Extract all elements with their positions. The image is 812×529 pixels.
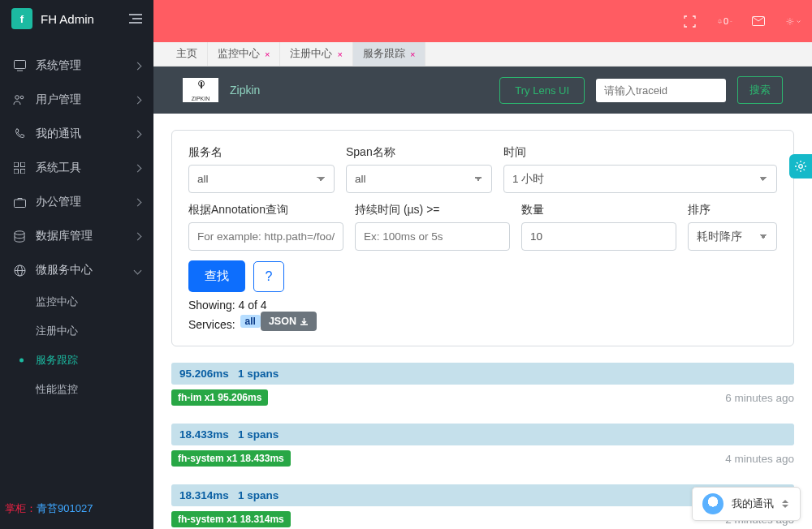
svg-point-9 [15,230,24,234]
service-label: 服务名 [188,145,335,160]
avatar-icon [702,493,723,514]
svg-rect-5 [21,162,26,167]
find-button[interactable]: 查找 [188,260,245,292]
settings-icon[interactable] [786,14,801,28]
duration-input[interactable] [355,222,510,251]
help-button[interactable]: ? [253,261,284,292]
tab-trace[interactable]: 服务跟踪× [353,42,425,66]
trace-age: 4 minutes ago [725,453,794,465]
try-lens-button[interactable]: Try Lens UI [499,77,585,104]
services-label: Services: [188,318,235,331]
globe-icon [13,264,26,277]
mail-icon[interactable] [752,14,767,28]
chevron-right-icon [134,96,142,104]
svg-rect-8 [14,200,25,208]
subnav-perf[interactable]: 性能监控 [0,375,153,404]
fullscreen-icon[interactable] [684,14,698,28]
chat-widget[interactable]: 我的通讯 [692,487,801,521]
nav-label: 用户管理 [36,92,135,107]
subnav-monitor[interactable]: 监控中心 [0,287,153,316]
chevron-right-icon [134,198,142,206]
trace-header: 18.433ms 1 spans [171,424,794,445]
sort-icon [782,500,790,508]
close-icon[interactable]: × [265,49,270,59]
anno-label: 根据Annotation查询 [188,203,343,217]
theme-settings-knob[interactable] [789,154,812,178]
service-select[interactable]: all [188,165,335,193]
zipkin-logo: ZIPKIN [183,78,218,102]
grid-icon [13,161,26,174]
svg-rect-4 [14,162,19,167]
service-chip: fh-system x1 18.433ms [171,450,291,467]
time-label: 时间 [503,145,777,160]
admin-logo: f [11,8,32,29]
tab-monitor[interactable]: 监控中心× [208,42,280,66]
trace-header: 95.206ms 1 spans [171,363,794,385]
span-label: Span名称 [346,145,492,160]
chevron-down-icon [134,266,142,274]
briefcase-icon [13,196,26,209]
nav-label: 系统管理 [36,58,135,73]
chevron-right-icon [134,130,142,138]
database-icon [13,230,26,243]
footer-owner: 掌柜：青苔901027 [5,501,93,516]
nav-label: 办公管理 [36,195,135,209]
service-chip: fh-system x1 18.314ms [171,511,291,527]
nav-system-tools[interactable]: 系统工具 [0,151,153,185]
search-button[interactable]: 搜索 [737,76,783,104]
trace-item[interactable]: 95.206ms 1 spansfh-im x1 95.206ms6 minut… [171,363,794,406]
service-chip: fh-im x1 95.206ms [171,389,268,406]
svg-point-2 [15,96,19,100]
trace-age: 6 minutes ago [725,392,794,404]
nav-system-manage[interactable]: 系统管理 [0,49,153,83]
services-badge: all [240,315,261,328]
count-label: 数量 [521,203,676,217]
svg-point-15 [799,165,803,169]
chevron-right-icon [134,164,142,172]
tab-registry[interactable]: 注册中心× [280,42,352,66]
chevron-right-icon [134,232,142,240]
svg-point-3 [20,96,24,99]
count-input[interactable] [521,222,676,251]
zipkin-title: Zipkin [230,84,260,97]
dur-label: 持续时间 (µs) >= [355,203,510,217]
trace-item[interactable]: 18.433ms 1 spansfh-system x1 18.433ms4 m… [171,424,794,467]
subnav-trace[interactable]: 服务跟踪 [0,346,153,375]
traceid-input[interactable] [596,79,726,102]
close-icon[interactable]: × [410,49,415,59]
nav-office-manage[interactable]: 办公管理 [0,185,153,219]
json-button[interactable]: JSON [261,312,317,331]
nav-database-manage[interactable]: 数据库管理 [0,219,153,253]
phone-icon [13,127,26,140]
subnav-registry[interactable]: 注册中心 [0,316,153,346]
nav-label: 我的通讯 [36,127,135,141]
nav-microservice[interactable]: 微服务中心 [0,253,153,287]
notification-bell[interactable]: 0 [718,14,732,28]
monitor-icon [13,59,26,72]
svg-point-14 [788,20,791,23]
time-select[interactable]: 1 小时 [503,165,777,193]
close-icon[interactable]: × [337,49,342,59]
tab-home[interactable]: 主页 [166,42,208,66]
showing-text: Showing: 4 of 4 [188,299,777,312]
svg-rect-0 [14,61,25,69]
svg-rect-6 [14,170,19,174]
nav-label: 系统工具 [36,161,135,175]
svg-rect-7 [21,170,26,174]
chevron-right-icon [134,62,142,70]
sort-label: 排序 [688,203,777,217]
chat-label: 我的通讯 [732,497,774,511]
users-icon [13,93,26,106]
brand-name: FH Admin [41,12,129,26]
nav-label: 数据库管理 [36,229,135,243]
sort-select[interactable]: 耗时降序 [688,222,777,251]
menu-toggle-icon[interactable] [129,14,142,24]
annotation-input[interactable] [188,222,343,251]
nav-my-comm[interactable]: 我的通讯 [0,117,153,151]
span-select[interactable]: all [346,165,492,193]
nav-label: 微服务中心 [36,263,135,277]
nav-user-manage[interactable]: 用户管理 [0,83,153,117]
